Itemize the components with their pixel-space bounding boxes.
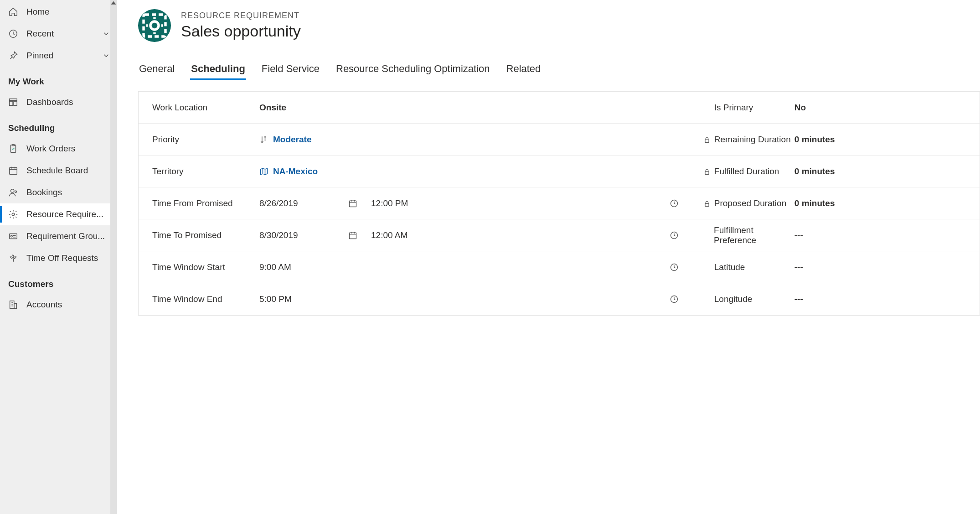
clock-icon: [8, 29, 18, 39]
field-territory[interactable]: Territory NA-Mexico: [139, 156, 690, 187]
calendar-icon[interactable]: [348, 231, 357, 240]
nav-label: Time Off Requests: [26, 253, 110, 263]
tab-rso[interactable]: Resource Scheduling Optimization: [335, 60, 491, 78]
entity-icon: [138, 9, 171, 42]
field-longitude[interactable]: Longitude ---: [690, 283, 980, 315]
svg-rect-3: [14, 101, 17, 105]
field-value: Moderate: [259, 135, 679, 145]
sidebar-scrollbar[interactable]: [110, 0, 117, 514]
svg-rect-23: [705, 171, 709, 174]
calendar-icon[interactable]: [348, 199, 357, 208]
map-icon: [259, 167, 268, 176]
pin-icon: [8, 51, 18, 61]
field-value: Onsite: [259, 103, 679, 113]
time-value[interactable]: 12:00 PM: [357, 198, 455, 208]
person-icon: [8, 187, 18, 197]
field-time-window-end[interactable]: Time Window End 5:00 PM: [139, 283, 690, 315]
field-label: Fulfilled Duration: [703, 166, 794, 177]
calendar-icon: [8, 166, 18, 176]
datetime-value: 8/26/2019 12:00 PM: [259, 198, 679, 208]
nav-bookings[interactable]: Bookings: [0, 182, 117, 203]
datetime-value: 8/30/2019 12:00 AM: [259, 230, 679, 240]
field-value: No: [794, 103, 969, 113]
nav-home[interactable]: Home: [0, 1, 117, 23]
entity-type: RESOURCE REQUIREMENT: [181, 11, 301, 21]
tab-general[interactable]: General: [138, 60, 175, 78]
svg-point-7: [11, 189, 14, 192]
clock-icon[interactable]: [670, 263, 679, 272]
svg-rect-16: [350, 201, 356, 207]
tabs: General Scheduling Field Service Resourc…: [138, 60, 980, 78]
tab-field-service[interactable]: Field Service: [261, 60, 320, 78]
field-label: Remaining Duration: [703, 135, 794, 145]
tab-scheduling[interactable]: Scheduling: [190, 60, 246, 78]
gear-icon: [8, 209, 18, 219]
clock-icon[interactable]: [670, 295, 679, 304]
tab-related[interactable]: Related: [505, 60, 542, 78]
time-value[interactable]: 9:00 AM: [259, 262, 291, 272]
field-label: Proposed Duration: [703, 198, 794, 208]
field-fulfilled-duration[interactable]: Fulfilled Duration 0 minutes: [690, 156, 980, 187]
field-work-location[interactable]: Work Location Onsite: [139, 92, 690, 124]
nav-accounts[interactable]: Accounts: [0, 294, 117, 316]
clock-icon[interactable]: [670, 231, 679, 240]
field-label: Longitude: [703, 294, 794, 304]
field-priority[interactable]: Priority Moderate: [139, 124, 690, 156]
nav-pinned[interactable]: Pinned: [0, 45, 117, 67]
field-time-to-promised[interactable]: Time To Promised 8/30/2019 12:00 AM: [139, 219, 690, 251]
field-label: Priority: [152, 135, 259, 145]
field-is-primary[interactable]: Is Primary No: [690, 92, 980, 124]
home-icon: [8, 7, 18, 17]
nav-label: Accounts: [26, 300, 110, 310]
nav-label: Pinned: [26, 51, 102, 61]
form-column-right: Is Primary No Remaining Duration 0 minut…: [690, 92, 980, 315]
field-value: 0 minutes: [794, 135, 969, 145]
field-time-window-start[interactable]: Time Window Start 9:00 AM: [139, 251, 690, 283]
priority-icon: [259, 135, 268, 144]
nav-work-orders[interactable]: Work Orders: [0, 138, 117, 160]
nav-label: Recent: [26, 29, 102, 39]
field-value: NA-Mexico: [259, 166, 679, 177]
date-value[interactable]: 8/26/2019: [259, 198, 344, 208]
form-panel: Work Location Onsite Priority Moderate T…: [138, 91, 980, 316]
record-header: RESOURCE REQUIREMENT Sales opportunity: [138, 9, 980, 42]
time-value[interactable]: 12:00 AM: [357, 230, 455, 240]
nav-label: Bookings: [26, 187, 110, 197]
svg-rect-2: [10, 101, 13, 105]
chevron-down-icon: [102, 30, 110, 38]
svg-point-11: [11, 235, 13, 237]
lock-icon: [703, 200, 711, 207]
field-value: 0 minutes: [794, 166, 969, 177]
nav-label: Resource Require...: [26, 209, 110, 219]
section-customers: Customers: [0, 269, 117, 294]
nav-label: Requirement Grou...: [26, 231, 110, 241]
field-label: Time From Promised: [152, 198, 259, 208]
dashboard-icon: [8, 97, 18, 107]
field-latitude[interactable]: Latitude ---: [690, 251, 980, 283]
nav-schedule-board[interactable]: Schedule Board: [0, 160, 117, 182]
clipboard-icon: [8, 144, 18, 154]
scroll-up-icon[interactable]: [110, 0, 117, 6]
nav-dashboards[interactable]: Dashboards: [0, 91, 117, 113]
date-value[interactable]: 8/30/2019: [259, 230, 344, 240]
nav-requirement-groups[interactable]: Requirement Grou...: [0, 225, 117, 247]
svg-rect-12: [10, 301, 14, 309]
lookup-value[interactable]: NA-Mexico: [273, 166, 318, 177]
nav-recent[interactable]: Recent: [0, 23, 117, 45]
field-remaining-duration[interactable]: Remaining Duration 0 minutes: [690, 124, 980, 156]
nav-time-off[interactable]: Time Off Requests: [0, 247, 117, 269]
nav-resource-requirements[interactable]: Resource Require...: [0, 203, 117, 225]
time-value-group: 5:00 PM: [259, 294, 679, 304]
header-text: RESOURCE REQUIREMENT Sales opportunity: [181, 11, 301, 40]
sidebar: Home Recent Pinned My Work Dashboards Sc…: [0, 0, 117, 514]
building-icon: [8, 300, 18, 310]
field-proposed-duration[interactable]: Proposed Duration 0 minutes: [690, 187, 980, 219]
field-fulfillment-preference[interactable]: Fulfillment Preference ---: [690, 219, 980, 251]
time-value[interactable]: 5:00 PM: [259, 294, 292, 304]
field-label: Time Window End: [152, 294, 259, 304]
lookup-value[interactable]: Moderate: [273, 135, 311, 145]
record-title: Sales opportunity: [181, 22, 301, 40]
field-label: Time To Promised: [152, 230, 259, 240]
field-time-from-promised[interactable]: Time From Promised 8/26/2019 12:00 PM: [139, 187, 690, 219]
clock-icon[interactable]: [670, 199, 679, 208]
